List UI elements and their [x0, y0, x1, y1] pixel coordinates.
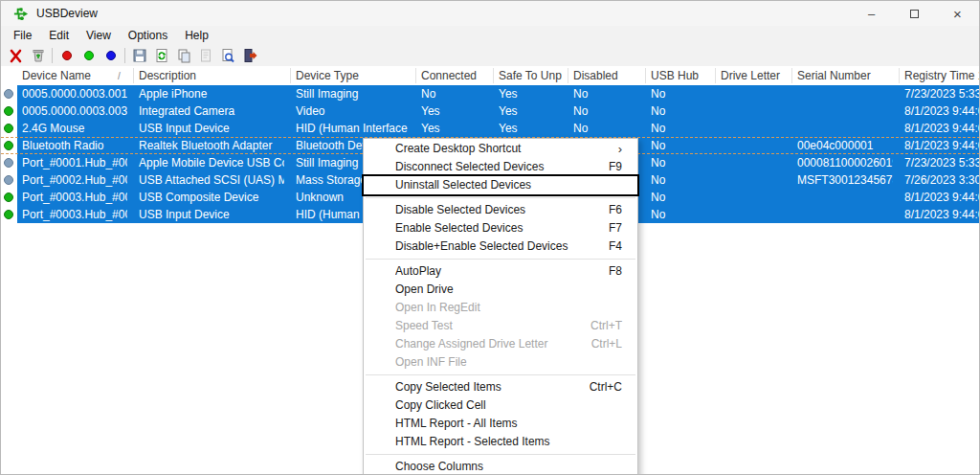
menubar-item-edit[interactable]: Edit	[40, 27, 78, 44]
menubar-item-options[interactable]: Options	[120, 27, 176, 44]
column-header-safe-to-unpl-[interactable]: Safe To Unpl...	[499, 66, 562, 85]
cell[interactable]	[721, 189, 786, 206]
column-separator[interactable]	[645, 68, 646, 83]
blue-ball-icon[interactable]	[100, 46, 122, 65]
menu-item-uninstall-selected-devices[interactable]: Uninstall Selected Devices	[364, 176, 637, 194]
table-row[interactable]: 0005.0000.0003.003.00...Integrated Camer…	[1, 102, 980, 120]
cell[interactable]: No	[651, 206, 709, 223]
column-separator[interactable]	[791, 68, 792, 83]
column-header-device-type[interactable]: Device Type	[296, 66, 410, 85]
column-header-usb-hub[interactable]: USB Hub	[651, 66, 709, 85]
menu-item-html-report-all-items[interactable]: HTML Report - All Items	[364, 415, 637, 433]
cell[interactable]: Yes	[499, 85, 562, 102]
menubar-item-file[interactable]: File	[5, 27, 40, 44]
menu-item-disable-enable-selected-devices[interactable]: Disable+Enable Selected DevicesF4	[364, 238, 637, 256]
cell[interactable]: 7/26/2023 3:30:53	[904, 171, 980, 189]
cell[interactable]: Yes	[421, 102, 487, 120]
column-separator[interactable]	[133, 68, 134, 83]
minimize-button[interactable]: –	[850, 1, 893, 26]
cell[interactable]: No	[651, 154, 709, 171]
cell[interactable]	[721, 206, 786, 223]
cell[interactable]: HID (Human Interface D...	[296, 120, 410, 137]
copy-icon[interactable]	[172, 46, 194, 65]
cell[interactable]: MSFT30012345678...	[797, 171, 893, 189]
cell[interactable]: 7/23/2023 5:33:23	[904, 85, 980, 102]
cell[interactable]: Port_#0002.Hub_#0002	[22, 171, 127, 189]
cell[interactable]	[797, 102, 893, 120]
uninstall-device-icon[interactable]	[5, 46, 27, 65]
cell[interactable]: 8/1/2023 9:44:07	[904, 102, 980, 120]
cell[interactable]: No	[651, 137, 709, 154]
cell[interactable]: 00e04c000001	[797, 137, 893, 154]
cell[interactable]	[797, 189, 893, 206]
cell[interactable]: Port_#0003.Hub_#0002	[22, 206, 127, 223]
cell[interactable]: No	[651, 85, 709, 102]
cell[interactable]: 7/23/2023 5:33:22	[904, 154, 980, 171]
cell[interactable]: Port_#0003.Hub_#0001	[22, 189, 127, 206]
cell[interactable]: Port_#0001.Hub_#0001	[22, 154, 127, 171]
cell[interactable]: 2.4G Mouse	[22, 120, 127, 137]
menubar-item-help[interactable]: Help	[176, 27, 217, 44]
cell[interactable]: No	[651, 102, 709, 120]
column-separator[interactable]	[568, 68, 568, 83]
cell[interactable]: No	[651, 189, 709, 206]
cell[interactable]	[721, 85, 786, 102]
cell[interactable]	[797, 120, 893, 137]
refresh-icon[interactable]	[150, 46, 172, 65]
cell[interactable]	[721, 137, 786, 154]
cell[interactable]	[721, 171, 786, 189]
cell[interactable]: Apple Mobile Device USB Co...	[139, 154, 284, 171]
table-row[interactable]: 0005.0000.0003.001.00...Apple iPhoneStil…	[1, 85, 980, 102]
cell[interactable]: Still Imaging	[296, 85, 410, 102]
menu-item-autoplay[interactable]: AutoPlayF8	[364, 262, 637, 281]
cell[interactable]	[721, 154, 786, 171]
red-ball-icon[interactable]	[56, 46, 78, 65]
column-header-drive-letter[interactable]: Drive Letter	[721, 66, 786, 85]
cell[interactable]	[797, 85, 893, 102]
cell[interactable]: USB Input Device	[139, 206, 284, 223]
cell[interactable]: No	[421, 85, 487, 102]
column-separator[interactable]	[715, 68, 716, 83]
cell[interactable]: Yes	[499, 102, 562, 120]
html-report-icon[interactable]	[216, 46, 238, 65]
cell[interactable]: Apple iPhone	[139, 85, 284, 102]
column-header-description[interactable]: Description	[139, 66, 284, 85]
cell[interactable]	[721, 102, 786, 120]
cell[interactable]: 8/1/2023 9:44:06	[904, 120, 980, 137]
cell[interactable]: 8/1/2023 9:44:07	[904, 137, 980, 154]
cell[interactable]	[797, 206, 893, 223]
cell[interactable]: 8/1/2023 9:44:06	[904, 189, 980, 206]
menu-item-choose-columns[interactable]: Choose Columns	[364, 458, 637, 475]
column-header-disabled[interactable]: Disabled	[573, 66, 639, 85]
menu-item-create-desktop-shortcut[interactable]: Create Desktop Shortcut›	[364, 140, 637, 158]
cell[interactable]: 0000811000026019...	[797, 154, 893, 171]
column-header-connected[interactable]: Connected	[421, 66, 487, 85]
column-separator[interactable]	[899, 68, 900, 83]
close-button[interactable]: ×	[936, 1, 979, 26]
cell[interactable]: Yes	[421, 120, 487, 137]
properties-icon[interactable]	[194, 46, 216, 65]
disconnect-device-icon[interactable]	[27, 46, 49, 65]
menu-item-enable-selected-devices[interactable]: Enable Selected DevicesF7	[364, 219, 637, 238]
cell[interactable]: Bluetooth Radio	[22, 137, 127, 154]
cell[interactable]: No	[651, 171, 709, 189]
cell[interactable]: 0005.0000.0003.001.00...	[22, 85, 127, 102]
cell[interactable]: Realtek Bluetooth Adapter	[139, 137, 284, 154]
cell[interactable]: No	[651, 120, 709, 137]
cell[interactable]: Integrated Camera	[139, 102, 284, 120]
exit-icon[interactable]	[238, 46, 260, 65]
green-ball-icon[interactable]	[78, 46, 100, 65]
cell[interactable]	[721, 120, 786, 137]
column-separator[interactable]	[415, 68, 416, 83]
cell[interactable]: No	[573, 102, 639, 120]
menu-item-copy-clicked-cell[interactable]: Copy Clicked Cell	[364, 396, 637, 415]
cell[interactable]: No	[573, 120, 639, 137]
menu-item-open-drive[interactable]: Open Drive	[364, 281, 637, 299]
cell[interactable]: 0005.0000.0003.003.00...	[22, 102, 127, 120]
column-header-serial-number[interactable]: Serial Number	[797, 66, 893, 85]
table-row[interactable]: 2.4G MouseUSB Input DeviceHID (Human Int…	[1, 120, 980, 137]
column-separator[interactable]	[290, 68, 291, 83]
cell[interactable]: No	[573, 85, 639, 102]
menu-item-copy-selected-items[interactable]: Copy Selected ItemsCtrl+C	[364, 378, 637, 396]
column-header-device-name[interactable]: Device Name/	[22, 66, 127, 85]
